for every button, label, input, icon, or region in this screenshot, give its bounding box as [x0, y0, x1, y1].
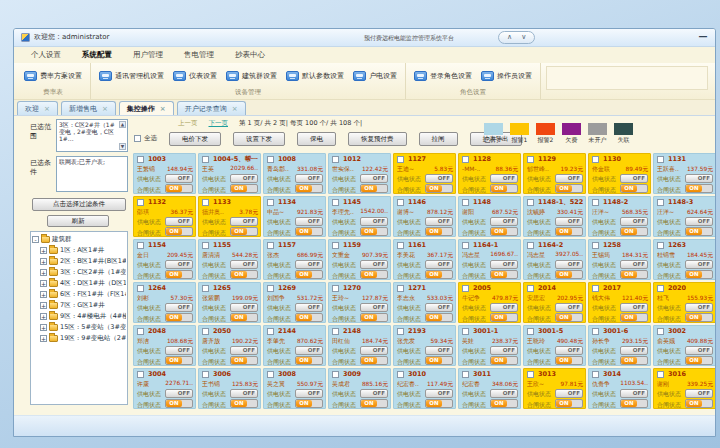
ribbon-button[interactable]: 通讯管理机设置	[96, 70, 167, 82]
switch-on-toggle[interactable]: ON	[490, 184, 518, 193]
tree-node[interactable]: + 15区：5#变站（3#变电	[32, 322, 126, 333]
supply-off-toggle[interactable]: OFF	[685, 174, 713, 183]
meter-card[interactable]: 2144 李肇先 870.62元 供电状态 OFF 合闸状态 ON	[263, 325, 326, 366]
switch-on-toggle[interactable]: ON	[685, 356, 713, 365]
card-checkbox[interactable]	[137, 199, 144, 206]
supply-off-toggle[interactable]: OFF	[620, 346, 648, 355]
supply-off-toggle[interactable]: OFF	[360, 303, 388, 312]
switch-on-toggle[interactable]: ON	[555, 184, 583, 193]
card-checkbox[interactable]	[462, 285, 469, 292]
meter-card[interactable]: 3006 王书锦 125.83元 供电状态 OFF 合闸状态 ON	[198, 368, 261, 409]
card-checkbox[interactable]	[592, 242, 599, 249]
card-checkbox[interactable]	[397, 285, 404, 292]
card-checkbox[interactable]	[527, 328, 534, 335]
select-all-checkbox[interactable]	[134, 135, 141, 142]
supply-off-toggle[interactable]: OFF	[360, 389, 388, 398]
switch-on-toggle[interactable]: ON	[555, 313, 583, 322]
meter-card[interactable]: 3001-6 孙长争 293.15元 供电状态 OFF 合闸状态 ON	[588, 325, 651, 366]
meter-card[interactable]: 3002 俞英娥 409.88元 供电状态 OFF 合闸状态 ON	[653, 325, 716, 366]
supply-off-toggle[interactable]: OFF	[425, 346, 453, 355]
supply-off-toggle[interactable]: OFF	[555, 346, 583, 355]
card-checkbox[interactable]	[267, 156, 274, 163]
tab-close-icon[interactable]: ×	[102, 105, 108, 113]
document-tab[interactable]: 新增售电 ×	[61, 101, 116, 115]
card-checkbox[interactable]	[332, 328, 339, 335]
meter-card[interactable]: 1127 王迪~ 5.83元 供电状态 OFF 合闸状态 ON	[393, 153, 456, 194]
switch-on-toggle[interactable]: ON	[165, 313, 193, 322]
meter-card[interactable]: 3010 纪宏春.. 117.49元 供电状态 OFF 合闸状态 ON	[393, 368, 456, 409]
card-checkbox[interactable]	[397, 242, 404, 249]
collapse-icon[interactable]: -	[32, 236, 39, 243]
card-checkbox[interactable]	[592, 199, 599, 206]
meter-card[interactable]: 3014 仇贵争 1103.54.. 供电状态 OFF 合闸状态 ON	[588, 368, 651, 409]
filter-condition-button[interactable]: 点击选择过滤条件	[32, 198, 126, 211]
ribbon-button[interactable]: 仪表设置	[170, 70, 220, 82]
expand-icon[interactable]: +	[40, 269, 47, 276]
minimize-button[interactable]: —	[696, 31, 710, 43]
meter-card[interactable]: 1132 邵琪 36.37元 供电状态 OFF 合闸状态 ON	[133, 196, 196, 237]
switch-on-toggle[interactable]: ON	[295, 184, 323, 193]
supply-off-toggle[interactable]: OFF	[230, 303, 258, 312]
supply-off-toggle[interactable]: OFF	[425, 260, 453, 269]
scroll-down-icon[interactable]: ▼	[119, 143, 126, 150]
action-button[interactable]: 保电	[297, 132, 336, 146]
supply-off-toggle[interactable]: OFF	[620, 303, 648, 312]
card-checkbox[interactable]	[202, 285, 209, 292]
switch-on-toggle[interactable]: ON	[360, 399, 388, 408]
meter-card[interactable]: 1003 王繁锦 148.94元 供电状态 OFF 合闸状态 ON	[133, 153, 196, 194]
meter-card[interactable]: 1164-2 冯志星 3927.05.. 供电状态 OFF 合闸状态 ON	[523, 239, 586, 280]
card-checkbox[interactable]	[527, 156, 534, 163]
switch-on-toggle[interactable]: ON	[295, 356, 323, 365]
meter-card[interactable]: 1148-1、522 沈毓婷 330.41元 供电状态 OFF 合闸状态 ON	[523, 196, 586, 237]
supply-off-toggle[interactable]: OFF	[230, 260, 258, 269]
switch-on-toggle[interactable]: ON	[685, 270, 713, 279]
card-checkbox[interactable]	[592, 285, 599, 292]
switch-on-toggle[interactable]: ON	[165, 356, 193, 365]
supply-off-toggle[interactable]: OFF	[295, 389, 323, 398]
tree-node[interactable]: + 2区：B区1#井(B区1#井	[32, 256, 126, 267]
meter-card[interactable]: 1129 郁世峰.. 19.23元 供电状态 OFF 合闸状态 ON	[523, 153, 586, 194]
menu-tab[interactable]: 系统配置	[82, 50, 112, 60]
supply-off-toggle[interactable]: OFF	[165, 303, 193, 312]
tree-root-node[interactable]: - 建筑群	[32, 234, 126, 245]
switch-on-toggle[interactable]: ON	[555, 270, 583, 279]
supply-off-toggle[interactable]: OFF	[620, 174, 648, 183]
card-checkbox[interactable]	[462, 156, 469, 163]
switch-on-toggle[interactable]: ON	[620, 399, 648, 408]
switch-on-toggle[interactable]: ON	[360, 313, 388, 322]
collapse-up-icon[interactable]: ∧	[507, 33, 512, 42]
expand-icon[interactable]: +	[40, 335, 47, 342]
supply-off-toggle[interactable]: OFF	[425, 174, 453, 183]
meter-card[interactable]: 1008 青岛郡.. 331.08元 供电状态 OFF 合闸状态 ON	[263, 153, 326, 194]
supply-off-toggle[interactable]: OFF	[490, 303, 518, 312]
supply-off-toggle[interactable]: OFF	[490, 260, 518, 269]
card-checkbox[interactable]	[657, 199, 664, 206]
card-checkbox[interactable]	[397, 371, 404, 378]
switch-on-toggle[interactable]: ON	[230, 227, 258, 236]
supply-off-toggle[interactable]: OFF	[165, 346, 193, 355]
selected-range-box[interactable]: 3区：C区2#井（1#变电，2#变电，C区1#... ▲ ▼	[56, 119, 128, 152]
next-page-link[interactable]: 下一页	[209, 119, 229, 128]
meter-card[interactable]: 3011 纪宏春 348.06元 供电状态 OFF 合闸状态 ON	[458, 368, 521, 409]
card-checkbox[interactable]	[462, 242, 469, 249]
switch-on-toggle[interactable]: ON	[295, 313, 323, 322]
meter-card[interactable]: 1133 德井奥.. 3.78元 供电状态 OFF 合闸状态 ON	[198, 196, 261, 237]
card-checkbox[interactable]	[137, 371, 144, 378]
action-button[interactable]: 恢复预付费	[348, 132, 407, 146]
action-button[interactable]: 设置下发	[233, 132, 285, 146]
meter-card[interactable]: 3009 吴成君 885.16元 供电状态 OFF 合闸状态 ON	[328, 368, 391, 409]
card-checkbox[interactable]	[267, 242, 274, 249]
meter-card[interactable]: 1148 谢阳 687.52元 供电状态 OFF 合闸状态 ON	[458, 196, 521, 237]
supply-off-toggle[interactable]: OFF	[165, 389, 193, 398]
switch-on-toggle[interactable]: ON	[490, 313, 518, 322]
meter-card[interactable]: 1269 刘国争 531.72元 供电状态 OFF 合闸状态 ON	[263, 282, 326, 323]
card-checkbox[interactable]	[462, 199, 469, 206]
supply-off-toggle[interactable]: OFF	[360, 260, 388, 269]
card-checkbox[interactable]	[202, 199, 209, 206]
meter-card[interactable]: 1154 金日 209.45元 供电状态 OFF 合闸状态 ON	[133, 239, 196, 280]
supply-off-toggle[interactable]: OFF	[425, 389, 453, 398]
meter-card[interactable]: 1134 申品~ 921.83元 供电状态 OFF 合闸状态 ON	[263, 196, 326, 237]
tree-node[interactable]: + 3区：C区2#井（1#变电	[32, 267, 126, 278]
switch-on-toggle[interactable]: ON	[165, 270, 193, 279]
supply-off-toggle[interactable]: OFF	[360, 346, 388, 355]
